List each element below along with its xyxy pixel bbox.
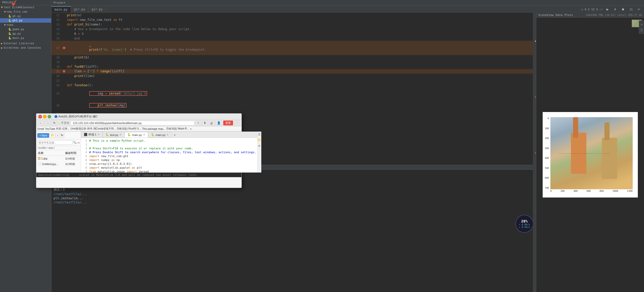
image-title: 640x480 PNG (24-bit color) 289.17 kB: [586, 14, 642, 16]
sidebar-item-test[interactable]: ▼ test EilAAViantest: [0, 5, 51, 10]
up-dir-button[interactable]: ↑: [56, 133, 59, 138]
search-icon: 🔍: [73, 141, 77, 144]
bookmark-conda[interactable]: 用Conda安装不同...: [93, 127, 116, 131]
code-line-26: 26 plt.imshow(img): [51, 99, 536, 111]
sidebar-item-game-py[interactable]: 🐍 game.py: [0, 27, 51, 31]
bookmark-unet[interactable]: Unet复现记录-简书: [70, 127, 92, 131]
pause-button[interactable]: ⏸: [612, 7, 618, 12]
refresh-button[interactable]: ↻: [52, 121, 57, 125]
x-axis: 020040060080010001200: [550, 189, 633, 192]
jupyter-tab-main-py-2[interactable]: 🐍 main.py ✕: [148, 132, 172, 138]
tab-label: main.py: [55, 8, 68, 11]
col-name[interactable]: 名称: [37, 151, 64, 156]
tab-gir-py[interactable]: gir.py: [71, 6, 88, 12]
sidebar-item-gh1-py[interactable]: 🐍 gh1.py: [0, 18, 51, 23]
sidebar-item-gg-py[interactable]: 🐍 gg.py: [0, 31, 51, 36]
scrollbar[interactable]: [533, 13, 536, 292]
file-py-icon: 📄: [38, 162, 41, 166]
code-line-21: 21 llen = [""] * range(lisff)]: [51, 69, 536, 74]
tab-label: gir.py: [92, 7, 103, 11]
sidebar-item-gh-py[interactable]: 🐍 gh.py: [0, 14, 51, 18]
file-filter-input[interactable]: [37, 140, 73, 145]
bookmark-douyin[interactable]: 抖音-记录...: [56, 127, 69, 131]
jupyter-minimize-button[interactable]: [43, 115, 47, 118]
py-file-icon: 🐍: [105, 133, 109, 136]
project-menu[interactable]: Project: [53, 1, 65, 4]
jupyter-right-icons: ☰ 📁 ⚙: [257, 132, 261, 173]
scroll-marker-warn: [535, 41, 536, 42]
giraffe-image: [550, 117, 633, 189]
project-label: test EilAAViantest: [4, 6, 34, 9]
more-bookmarks-icon[interactable]: »: [190, 127, 192, 131]
edit-button[interactable]: ✏: [636, 7, 642, 12]
renew-button[interactable]: 更新: [223, 121, 233, 125]
j-line-6: 6 import numpy as np: [82, 158, 256, 162]
jupyter-titlebar: ✕ 🔵 AutoDL-高性GPU租用平台-腿C: [36, 114, 242, 120]
refresh-dir-button[interactable]: ↻: [60, 133, 64, 138]
col-modified[interactable]: 修改时间: [64, 151, 80, 156]
back-button[interactable]: ←: [38, 121, 44, 125]
sidebar-item-new-file-com[interactable]: ▼ new_file_com: [0, 10, 51, 14]
bookmark-rust[interactable]: (5条消息) Rust学习...: [117, 127, 141, 131]
upload-button[interactable]: 📁: [50, 133, 55, 138]
bookmark-mask[interactable]: (5条消息) Mask-R...: [166, 127, 189, 131]
stop-button[interactable]: ⏹: [620, 7, 626, 12]
tab-gir-py-2[interactable]: gir.py: [88, 6, 106, 12]
jupyter-tabs: ⬛ 终端 1 ✕ 🐍 test.py ✕ 🐍 main.py ✕: [81, 132, 257, 138]
download-button[interactable]: ⬇: [202, 121, 208, 125]
close-tab-icon[interactable]: ✕: [97, 133, 100, 136]
breakpoint-dot: [63, 47, 65, 49]
j-line-4: 4 # Press Double Shift to search everywh…: [82, 150, 256, 154]
speed-indicator: 20% ↑ 4.9k/s ↓ 9.3k/s: [515, 215, 533, 233]
settings-icon[interactable]: ⚙: [641, 23, 642, 26]
jupyter-icon-2[interactable]: 📁: [257, 138, 261, 142]
close-tab-4-icon[interactable]: ✕: [166, 133, 169, 136]
file-list: 名称 修改时间 🖼 1.jpg 3小时前: [36, 150, 81, 173]
sidebar-item-ext-libs[interactable]: ▶ External Libraries: [0, 41, 51, 46]
code-line-12: 12 import new_file_com.test as tt: [51, 18, 536, 22]
jupyter-window-icon: 🔵: [54, 115, 57, 118]
new-button[interactable]: +New: [37, 133, 49, 138]
terminal-panel[interactable]: ssh://root@123... [1. 2. 3.] Hi, PyCharm…: [51, 170, 536, 292]
bookmark-gmail[interactable]: Gmail: [37, 127, 44, 130]
close-tab-3-icon[interactable]: ✕: [143, 133, 145, 136]
chart-area: 0100200300400500600700: [543, 112, 638, 197]
jupyter-tab-main-py[interactable]: 🐍 main.py ✕: [124, 132, 148, 138]
url-input[interactable]: 123.125.210.150:46338/jupyter/lab/tree/t…: [70, 121, 194, 125]
jupyter-maximize-button[interactable]: [48, 115, 51, 118]
file-icon: 🐍: [8, 15, 11, 18]
jupyter-tab-terminal[interactable]: ⬛ 终端 1 ✕: [81, 132, 103, 138]
red-arrow-icon: →: [77, 140, 80, 145]
bookmark-button[interactable]: ☆: [195, 121, 201, 125]
terminal-line-6: /root/testfile/...: [53, 192, 534, 196]
code-line-19: 19: [51, 60, 536, 64]
bookmark-package[interactable]: This package requ...: [142, 127, 165, 130]
folder-icon: ▶: [1, 46, 3, 49]
print-button[interactable]: 🖨: [209, 121, 214, 125]
jupyter-icon-3[interactable]: ⚙: [258, 144, 260, 148]
sidebar-item-scratches[interactable]: ▶ Scratches and Consoles: [0, 46, 51, 50]
menu-button[interactable]: ⋮: [234, 121, 240, 125]
url-text: 123.125.210.150:46338/jupyter/lab/tree/t…: [73, 122, 142, 125]
gear-icon-2[interactable]: ☰: [640, 28, 643, 32]
tab-main-py[interactable]: main.py: [51, 6, 71, 12]
jupyter-icon-1[interactable]: ☰: [258, 133, 261, 136]
sceneview-toolbar: SceneView Data Plots 640x480 PNG (24-bit…: [536, 13, 644, 18]
file-row-2[interactable]: 📄 Untitled.jpy... 3小时前: [37, 162, 80, 167]
forward-button[interactable]: →: [45, 121, 51, 125]
step-button[interactable]: 11: [628, 7, 634, 12]
close-tab-2-icon[interactable]: ✕: [119, 133, 122, 136]
user-button[interactable]: 👤: [216, 121, 222, 125]
bookmark-youtube[interactable]: YouTube: [45, 127, 55, 130]
j-line-3: 3 # Press Shift+F10 to execute it or rep…: [82, 147, 256, 150]
file-row-1[interactable]: 🖼 1.jpg 3小时前: [37, 156, 80, 161]
code-line-15: 15 b = 8: [51, 31, 536, 36]
run-button[interactable]: ▶: [605, 7, 610, 12]
jupyter-code-area[interactable]: 1 # This is a sample Python script. 2 3 …: [81, 138, 257, 173]
j-line-5: 5 import new_file_com.gh1: [82, 154, 256, 158]
jupyter-close-button[interactable]: ✕: [38, 115, 42, 118]
sidebar-item-main-py[interactable]: 🐍 main.py: [0, 36, 51, 40]
new-tab-button[interactable]: +: [172, 132, 178, 138]
sidebar-item-nums[interactable]: ▼ nums: [0, 23, 51, 27]
jupyter-tab-test-py[interactable]: 🐍 test.py ✕: [103, 132, 124, 138]
